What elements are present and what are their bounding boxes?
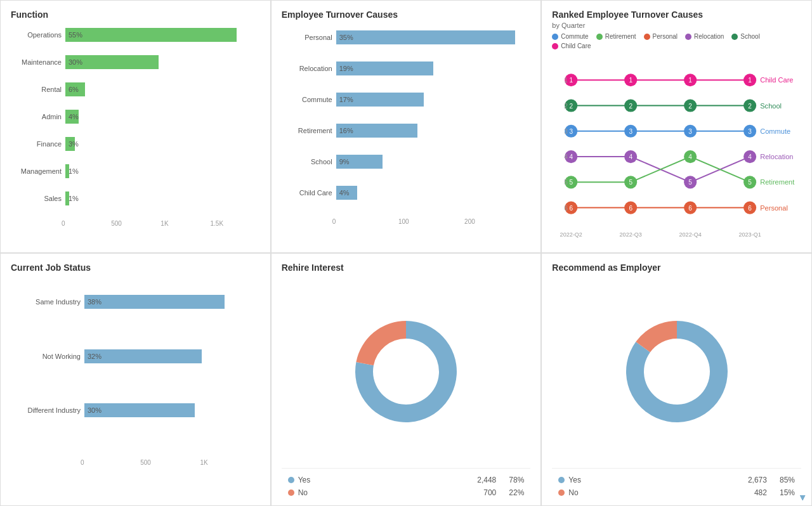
x-axis: 05001K — [81, 458, 260, 466]
bar-label: Relocation — [282, 65, 332, 72]
svg-text:1: 1 — [570, 77, 573, 84]
function-bar-chart: Operations55%Maintenance30%Rental6%Admin… — [11, 22, 260, 246]
bar-fill: 3% — [65, 137, 75, 151]
ranked-legend-item: Commute — [552, 33, 588, 40]
legend-dot — [558, 477, 565, 483]
bar-row: Admin4% — [11, 110, 260, 124]
bar-value: 4% — [69, 113, 79, 120]
svg-text:School: School — [761, 102, 782, 110]
x-tick: 1K — [160, 220, 210, 227]
bar-fill: 55% — [65, 28, 237, 42]
legend-right: 70022% — [483, 488, 524, 497]
recommend-filter-icon[interactable]: ▼ — [798, 492, 807, 502]
svg-text:5: 5 — [749, 179, 752, 186]
bar-value: 30% — [88, 406, 102, 414]
svg-text:2022-Q3: 2022-Q3 — [620, 231, 642, 238]
job-status-bar-chart: Same Industry38%Not Working32%Different … — [11, 275, 260, 499]
recommend-donut-svg — [613, 308, 740, 435]
legend-row: No48215% — [558, 486, 795, 499]
legend-count: 482 — [754, 488, 767, 497]
legend-count: 2,673 — [748, 476, 767, 484]
svg-text:3: 3 — [749, 128, 752, 135]
ranked-legend-item: Retirement — [596, 33, 636, 40]
bar-row: Rental6% — [11, 82, 260, 96]
bar-fill: 32% — [84, 349, 202, 363]
ranked-legend-label: Relocation — [694, 33, 724, 40]
legend-pct: 85% — [780, 476, 795, 484]
bar-fill: 35% — [336, 30, 515, 44]
bar-container: 9% — [336, 155, 531, 169]
legend-right: 48215% — [754, 488, 795, 497]
ranked-legend-dot — [644, 34, 650, 40]
x-tick: 0 — [332, 218, 398, 225]
ranked-legend-dot — [731, 34, 738, 40]
ranked-legend: CommuteRetirementPersonalRelocationSchoo… — [552, 33, 801, 49]
bar-container: 17% — [336, 93, 531, 107]
svg-text:2: 2 — [565, 103, 568, 110]
bar-fill: 19% — [336, 62, 433, 75]
svg-text:4: 4 — [749, 153, 752, 160]
legend-right: 2,44878% — [477, 476, 524, 484]
svg-text:5: 5 — [570, 179, 573, 186]
ranked-legend-dot — [552, 34, 558, 40]
rehire-donut-svg — [343, 308, 469, 435]
bar-container: 38% — [84, 295, 260, 309]
bar-row: Personal35% — [282, 30, 531, 44]
svg-text:6: 6 — [749, 205, 752, 212]
svg-text:4: 4 — [689, 153, 693, 160]
bar-fill: 4% — [336, 186, 358, 200]
svg-text:5: 5 — [629, 179, 633, 186]
legend-dot — [288, 490, 294, 496]
bar-label: Admin — [11, 113, 62, 120]
bar-row: Sales1% — [11, 191, 260, 205]
svg-text:2022-Q2: 2022-Q2 — [560, 231, 582, 238]
svg-text:Commute: Commute — [761, 127, 791, 135]
bar-value: 55% — [69, 31, 82, 39]
legend-pct: 78% — [509, 476, 524, 484]
svg-text:3: 3 — [689, 128, 693, 135]
svg-text:2: 2 — [689, 103, 693, 110]
bar-label: Personal — [282, 34, 332, 41]
svg-text:1: 1 — [749, 77, 752, 84]
bar-label: Retirement — [282, 127, 332, 134]
svg-text:1: 1 — [689, 77, 693, 84]
recommend-legend: Yes2,67385%No48215% — [552, 468, 801, 499]
bar-container: 32% — [84, 349, 260, 363]
bar-container: 30% — [84, 403, 260, 417]
bar-value: 19% — [339, 65, 353, 72]
bar-label: Child Care — [282, 189, 332, 197]
bar-row: Commute17% — [282, 93, 531, 107]
svg-text:1: 1 — [629, 77, 633, 84]
bar-container: 6% — [65, 82, 260, 96]
legend-count: 700 — [483, 488, 496, 497]
svg-text:Personal: Personal — [761, 204, 789, 212]
bar-container: 35% — [336, 30, 531, 44]
svg-text:6: 6 — [689, 205, 693, 212]
svg-text:1: 1 — [565, 77, 568, 84]
recommend-title: Recommend as Employer — [552, 263, 801, 273]
svg-text:6: 6 — [565, 205, 568, 212]
function-title: Function — [11, 10, 260, 20]
legend-row: Yes2,44878% — [288, 474, 525, 486]
svg-text:Child Care: Child Care — [761, 76, 794, 84]
ranked-legend-item: Child Care — [552, 42, 591, 49]
bar-fill: 4% — [65, 110, 79, 124]
bar-label: Different Industry — [11, 406, 81, 414]
bar-fill: 17% — [336, 93, 424, 107]
svg-text:2: 2 — [749, 103, 752, 110]
bar-fill: 38% — [84, 295, 225, 309]
svg-text:4: 4 — [565, 153, 568, 160]
x-tick: 1.5K — [211, 220, 260, 227]
bar-label: Sales — [11, 195, 62, 202]
legend-right: 2,67385% — [748, 476, 795, 484]
ranked-legend-item: School — [731, 33, 760, 40]
ranked-legend-label: Personal — [653, 33, 678, 40]
rehire-legend: Yes2,44878%No70022% — [282, 468, 531, 499]
x-tick: 200 — [464, 218, 530, 225]
bar-row: Child Care4% — [282, 186, 531, 200]
function-panel: Function Operations55%Maintenance30%Rent… — [0, 0, 271, 253]
x-axis: 0100200 — [332, 217, 531, 225]
bar-container: 19% — [336, 62, 531, 75]
legend-label: Yes — [298, 476, 311, 484]
bar-label: Commute — [282, 96, 332, 103]
